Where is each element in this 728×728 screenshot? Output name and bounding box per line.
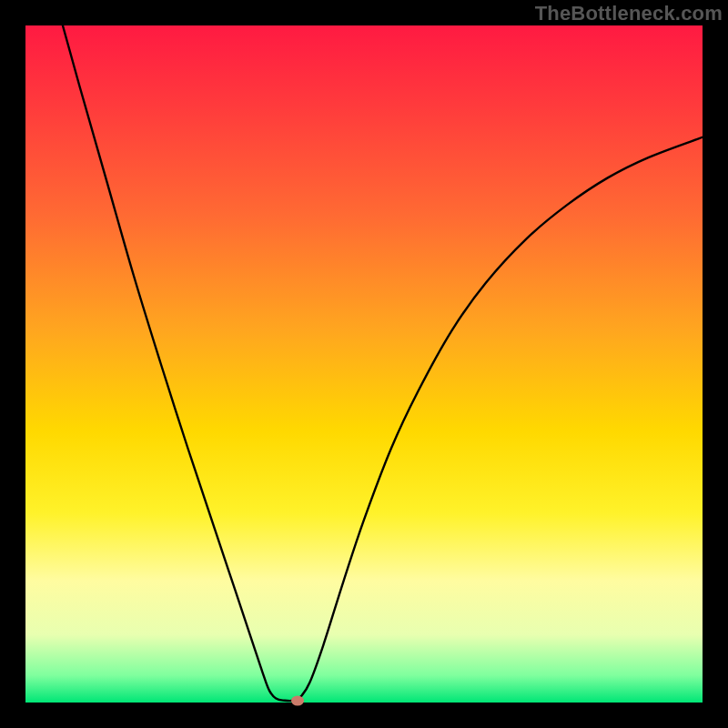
plot-area [25,25,703,703]
optimal-point-marker [291,695,304,705]
watermark-text: TheBottleneck.com [535,2,723,25]
chart-frame: TheBottleneck.com [0,0,728,728]
plot-svg [25,25,703,703]
gradient-background [25,25,703,703]
